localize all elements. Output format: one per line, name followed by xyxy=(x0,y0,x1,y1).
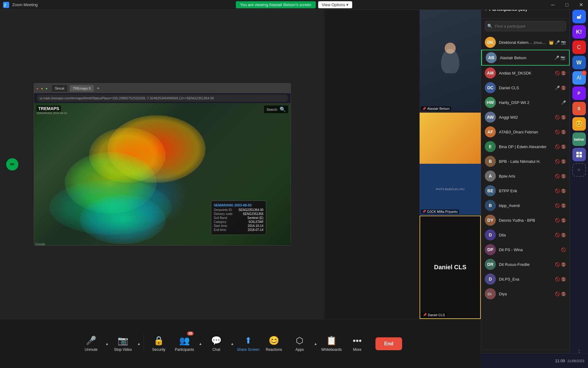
camera-icon: 📷 xyxy=(118,335,128,346)
participant-icons: 🎤 📵 xyxy=(555,86,566,90)
taskbar-time: 11:09 xyxy=(555,358,565,363)
participant-name: Andias M_DKSDK xyxy=(499,71,552,75)
participants-button[interactable]: 👥 Participants 59 xyxy=(172,328,197,359)
video-muted-icon: 📵 xyxy=(561,292,566,296)
participant-item[interactable]: DC Daniel CLS 🎤 📵 xyxy=(481,80,570,95)
participant-item[interactable]: DY Dennis Yudha - BPB 🚫 📵 xyxy=(481,213,570,228)
shared-screen-browser: ● ● ● Sincat TREmaps It + ui.main.tremap… xyxy=(34,83,291,246)
participant-item[interactable]: B btpp_Aventi 🚫 📵 xyxy=(481,198,570,213)
participant-item[interactable]: DR Dit Rusus-Fredlie 🚫 📵 xyxy=(481,257,570,272)
video-arrow-button[interactable]: ▲ xyxy=(136,339,141,348)
avatar-img xyxy=(485,288,496,299)
browser-tab-active[interactable]: Sincat xyxy=(52,85,67,92)
participant-name: Daniel CLS xyxy=(499,86,552,90)
video-muted-icon: 📵 xyxy=(561,203,566,208)
red-app-icon[interactable]: C xyxy=(572,40,586,54)
participant-item[interactable]: DP Dit PS - Wina 🚫 xyxy=(481,242,570,257)
mic-muted-icon: 🚫 xyxy=(555,292,560,296)
avatar: AB xyxy=(486,52,497,63)
mic-muted-icon: 🚫 xyxy=(555,144,560,149)
participant-item[interactable]: HW Harlly_DSP Wil 2 🎤 xyxy=(481,95,570,110)
participant-item[interactable]: A Bpiw Aris 🚫 📵 xyxy=(481,169,570,183)
emoji-app-icon[interactable]: 😊 xyxy=(572,117,586,131)
grid-app-icon[interactable] xyxy=(572,148,586,161)
mic-muted-icon: 🚫 xyxy=(555,233,560,237)
whiteboards-button[interactable]: 📋 Whiteboards xyxy=(319,328,344,359)
maximize-button[interactable]: □ xyxy=(560,0,574,10)
mic-muted-icon: 🚫 xyxy=(555,115,560,120)
apps-arrow-button[interactable]: ▲ xyxy=(313,339,318,348)
video-muted-icon: 📵 xyxy=(561,71,566,75)
participant-item[interactable]: Diya 🚫 📵 xyxy=(481,286,570,301)
person-body xyxy=(441,49,459,73)
participant-name: Anggi Wil2 xyxy=(499,115,552,120)
unmute-button[interactable]: 🎤 Unmute xyxy=(79,328,103,359)
chat-arrow-button[interactable]: ▲ xyxy=(230,339,235,348)
participant-search-input[interactable] xyxy=(485,21,566,31)
mic-muted-icon: 🚫 xyxy=(555,203,560,208)
twine-app-icon[interactable]: twine xyxy=(572,132,586,146)
participant-info: Harlly_DSP Wil 2 xyxy=(499,100,558,105)
participant-item[interactable]: B BPB - Laila Nikmatul H. 🚫 📵 xyxy=(481,154,570,169)
prezi-app-icon[interactable]: P xyxy=(572,86,586,100)
chevron-down-icon: ▾ xyxy=(346,2,349,7)
participant-item[interactable]: AM Andias M_DKSDK 🚫 📵 xyxy=(481,66,570,80)
participant-item[interactable]: E Bina OP | Edwin Alexander 🚫 📵 xyxy=(481,139,570,154)
stop-video-button[interactable]: 📷 Stop Video xyxy=(111,328,135,359)
apps-toolbar-button[interactable]: ⬡ Apps xyxy=(287,328,312,359)
video-muted-icon: 📵 xyxy=(561,189,566,193)
participant-icons: 🚫 📵 xyxy=(555,203,566,208)
reactions-button[interactable]: 😊 Reactions xyxy=(262,328,286,359)
mic-muted-icon: 🚫 xyxy=(555,277,560,282)
participants-badge: 59 xyxy=(187,332,194,335)
participant-name: BTPP Erik xyxy=(499,189,552,193)
alastair-video xyxy=(420,10,481,112)
participants-arrow-button[interactable]: ▲ xyxy=(198,339,203,348)
minimize-button[interactable]: ─ xyxy=(546,0,560,10)
security-button[interactable]: 🔒 Security xyxy=(146,328,171,359)
map-popup-title: SEMARANG 2023-08-03 xyxy=(214,203,263,207)
avatar: A xyxy=(485,171,496,182)
sesh-app-icon[interactable]: S xyxy=(572,102,586,115)
viewing-banner: You are viewing Alastair Belson's screen xyxy=(236,1,316,8)
browser-url-bar[interactable]: ui.main.tremaps.com/trrmaps/html#StatusP… xyxy=(36,94,288,102)
chat-button[interactable]: 💬 Chat xyxy=(204,328,228,359)
more-button[interactable]: ••• More xyxy=(345,328,369,359)
end-meeting-button[interactable]: End xyxy=(375,337,402,350)
participant-item[interactable]: D Dit.PS_Eva 🚫 📵 xyxy=(481,272,570,286)
participant-item[interactable]: D Dila 🚫 📵 xyxy=(481,228,570,242)
map-date-label: SEMARANG 2023-08-03 xyxy=(36,112,67,115)
participant-info: Alastair Belson xyxy=(500,56,551,60)
close-button[interactable]: ✕ xyxy=(574,0,588,10)
avatar: B xyxy=(485,156,496,167)
participant-info: BTPP Erik xyxy=(499,189,552,193)
browser-tab-tremaps[interactable]: TREmaps It xyxy=(70,85,94,92)
add-app-button[interactable]: + xyxy=(572,163,586,177)
new-tab-button[interactable]: + xyxy=(97,86,100,91)
title-bar: Z Zoom Meeting You are viewing Alastair … xyxy=(0,0,588,10)
unmute-arrow-button[interactable]: ▲ xyxy=(104,339,109,348)
view-options-button[interactable]: View Options ▾ xyxy=(318,1,352,8)
kahoot-app-icon[interactable]: K! xyxy=(572,25,586,39)
participant-item[interactable]: BE BTPP Erik 🚫 📵 xyxy=(481,183,570,198)
participant-item[interactable]: AF ATAB3_Dhani Febrian 🚫 📵 xyxy=(481,125,570,139)
participant-item[interactable]: DK Direktorat Kelem… (Host, me) 👑 🎤 📷 xyxy=(481,35,570,50)
video-muted-icon: 📵 xyxy=(561,262,566,267)
taskbar-date: 21/08/2023 xyxy=(567,359,584,363)
map-search-bar[interactable]: Search 🔍 xyxy=(264,105,288,113)
popup-row-5: Start time:2014-10-14 xyxy=(214,224,263,228)
share-screen-button[interactable]: ⬆ Share Screen xyxy=(236,328,260,359)
participant-item[interactable]: AB Alastair Belson 🎤 📷 xyxy=(481,50,570,66)
mic-muted-icon: 🚫 xyxy=(555,174,560,178)
workvivo-app-icon[interactable]: W xyxy=(572,56,586,69)
participant-info: Direktorat Kelem… (Host, me) xyxy=(499,40,546,45)
avatar: AF xyxy=(485,126,496,137)
apps-icon: ⬡ xyxy=(296,335,303,346)
video-tile-djck: iPréTS BioMOLEx APU 📌 DJCK Mifta Priyant… xyxy=(420,113,481,215)
participant-info: Dila xyxy=(499,233,552,237)
participant-icons: 🚫 📵 xyxy=(555,174,566,178)
zoom-app-icon[interactable] xyxy=(572,10,586,23)
participant-item[interactable]: AW Anggi Wil2 🚫 📵 xyxy=(481,110,570,125)
ai-assistant-app-icon[interactable]: AI ! xyxy=(572,71,586,85)
annotation-pencil-button[interactable]: ✏ xyxy=(6,158,18,171)
